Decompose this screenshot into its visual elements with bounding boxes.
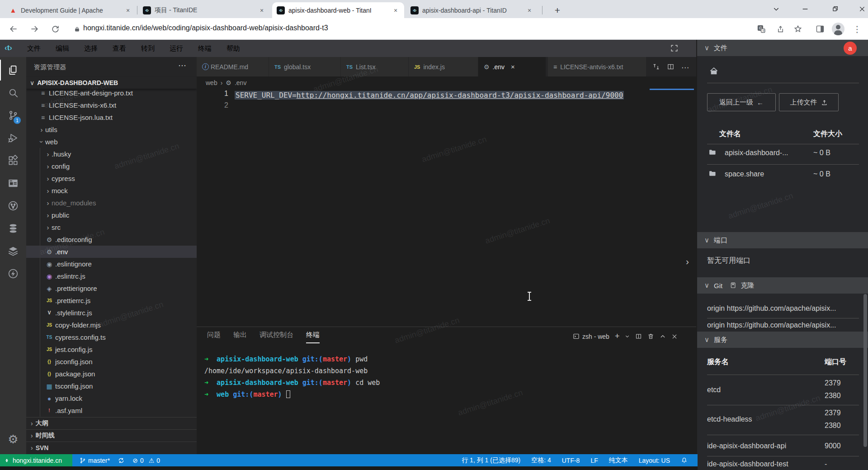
- tree-folder-public[interactable]: ›public: [26, 209, 197, 221]
- tree-folder-config[interactable]: ›config: [26, 160, 197, 172]
- problems-status[interactable]: ⊘0⚠0: [132, 457, 160, 464]
- service-row-name[interactable]: ide-apisix-dashboard-api: [707, 442, 786, 450]
- sidebar-pane-SVN[interactable]: ›SVN: [26, 442, 197, 454]
- remote-indicator[interactable]: hongxi.titanide.cn: [0, 454, 72, 466]
- tree-folder-mock[interactable]: ›mock: [26, 185, 197, 197]
- section-files-header[interactable]: ∨文件a: [697, 40, 868, 56]
- editor-tab-global.tsx[interactable]: TSglobal.tsx: [269, 57, 341, 76]
- activity-run-debug-icon[interactable]: [0, 127, 26, 149]
- tree-file-tsconfig.json[interactable]: ▦tsconfig.json: [26, 380, 197, 392]
- section-git-header[interactable]: ∨Git克隆: [697, 277, 868, 294]
- git-remote-row[interactable]: origin https://github.com/apache/apisix.…: [707, 304, 836, 313]
- tree-file-.eslintignore[interactable]: ◉.eslintignore: [26, 258, 197, 270]
- browser-tab[interactable]: ▲Development Guide | Apache×: [5, 2, 137, 18]
- go-up-button[interactable]: 返回上一级←: [707, 93, 776, 111]
- window-maximize-button[interactable]: [827, 2, 843, 16]
- scrollbar-thumb[interactable]: [863, 294, 867, 447]
- tree-file-.env[interactable]: ⚙.env: [26, 246, 197, 258]
- panel-expand-chevron-icon[interactable]: ›: [686, 256, 689, 267]
- breadcrumb-file[interactable]: .env: [235, 79, 246, 86]
- tree-file-.stylelintrc.js[interactable]: V.stylelintrc.js: [26, 307, 197, 319]
- panel-tab-终端[interactable]: 终端: [306, 331, 320, 343]
- editor-more-actions-icon[interactable]: ⋯: [681, 63, 689, 72]
- tree-file-LICENSE-json.lua.txt[interactable]: ≡LICENSE-json.lua.txt: [26, 111, 197, 123]
- share-icon[interactable]: [775, 24, 786, 34]
- tab-close-icon[interactable]: ×: [124, 7, 132, 14]
- split-terminal-icon[interactable]: [635, 333, 642, 340]
- terminal-output[interactable]: ➜ apisix-dashboard-web git:(master) pwd/…: [204, 353, 380, 400]
- shell-selector[interactable]: zsh - web: [573, 333, 609, 340]
- tree-folder-utils[interactable]: ›utils: [26, 123, 197, 136]
- editor-tab-LICENSE-antvis-x6.txt[interactable]: ≡LICENSE-antvis-x6.txt: [548, 57, 646, 76]
- tree-file-.eslintrc.js[interactable]: ◉.eslintrc.js: [26, 270, 197, 282]
- tree-file-.asf.yaml[interactable]: !.asf.yaml: [26, 404, 197, 417]
- service-row-name[interactable]: etcd-headless: [707, 415, 752, 423]
- open-changes-icon[interactable]: [652, 63, 660, 71]
- tab-search-icon[interactable]: [769, 2, 784, 16]
- forward-icon[interactable]: [29, 24, 40, 34]
- terminal-dropdown-chevron-icon[interactable]: [625, 334, 630, 339]
- upload-file-button[interactable]: 上传文件: [779, 93, 839, 111]
- git-clone-label[interactable]: 克隆: [741, 281, 754, 290]
- activity-database-icon[interactable]: [0, 217, 26, 240]
- tree-file-cypress.config.ts[interactable]: TScypress.config.ts: [26, 331, 197, 343]
- bookmark-star-icon[interactable]: [793, 24, 803, 34]
- menu-item[interactable]: 文件: [25, 43, 42, 54]
- back-icon[interactable]: [8, 24, 19, 34]
- new-terminal-icon[interactable]: +: [615, 332, 620, 341]
- git-remote-row[interactable]: origin https://github.com/apache/apisix.…: [707, 321, 836, 329]
- tree-file-LICENSE-antvis-x6.txt[interactable]: ≡LICENSE-antvis-x6.txt: [26, 99, 197, 111]
- service-row-name[interactable]: etcd: [707, 386, 721, 394]
- notifications-bell-icon[interactable]: [681, 457, 688, 464]
- menu-item[interactable]: 运行: [168, 43, 185, 54]
- split-editor-icon[interactable]: [667, 63, 675, 71]
- tab-close-icon[interactable]: ×: [525, 7, 533, 14]
- new-tab-button[interactable]: +: [551, 4, 564, 17]
- file-row-name[interactable]: space.share: [725, 170, 764, 178]
- panel-tab-输出[interactable]: 输出: [233, 331, 247, 343]
- sync-icon[interactable]: [118, 457, 124, 464]
- activity-explorer-icon[interactable]: [0, 59, 26, 81]
- tree-file-.editorconfig[interactable]: ⚙.editorconfig: [26, 233, 197, 246]
- side-panel-icon[interactable]: [815, 24, 826, 34]
- keyboard-layout-status[interactable]: Layout: US: [639, 457, 670, 464]
- activity-settings-gear-icon[interactable]: ⚙: [0, 428, 26, 451]
- activity-lightning-icon[interactable]: [0, 262, 26, 285]
- encoding-status[interactable]: UTF-8: [562, 457, 580, 464]
- activity-search-icon[interactable]: [0, 81, 26, 104]
- tab-close-icon[interactable]: ×: [392, 7, 400, 14]
- git-branch-status[interactable]: master*: [80, 457, 110, 464]
- user-avatar[interactable]: a: [844, 42, 857, 55]
- menu-item[interactable]: 帮助: [225, 43, 242, 54]
- service-row-name[interactable]: ide-apisix-dashboard-test: [707, 460, 788, 468]
- tree-folder-web[interactable]: ›web: [26, 136, 197, 148]
- browser-profile-avatar[interactable]: [832, 23, 844, 35]
- sidebar-pane-时间线[interactable]: ›时间线: [26, 429, 197, 442]
- browser-menu-kebab-icon[interactable]: ⋮: [852, 24, 863, 34]
- menu-item[interactable]: 终端: [196, 43, 213, 54]
- sidebar-pane-大纲[interactable]: ›大纲: [26, 417, 197, 429]
- file-row-name[interactable]: apisix-dashboard-...: [725, 149, 788, 157]
- browser-tab[interactable]: ‹t›apisix-dashboard-api - TitanID×: [406, 2, 538, 18]
- section-ports-header[interactable]: ∨端口: [697, 232, 868, 248]
- editor-tab-.env[interactable]: ⚙.env×: [478, 57, 546, 76]
- window-close-button[interactable]: [854, 2, 868, 16]
- browser-tab[interactable]: ‹t›项目 - TitanIDE×: [138, 2, 270, 18]
- activity-layers-icon[interactable]: [0, 240, 26, 262]
- tree-file-LICENSE-ant-design-pro.txt[interactable]: ≡LICENSE-ant-design-pro.txt: [26, 87, 197, 99]
- browser-tab[interactable]: ‹t›apisix-dashboard-web - TitanI×: [272, 2, 404, 18]
- tree-file-.prettierrc.js[interactable]: JS.prettierrc.js: [26, 294, 197, 307]
- close-icon[interactable]: ×: [511, 63, 515, 71]
- activity-extensions-icon[interactable]: [0, 149, 26, 172]
- close-panel-icon[interactable]: [671, 333, 678, 340]
- tree-file-copy-folder.mjs[interactable]: JScopy-folder.mjs: [26, 319, 197, 331]
- tree-folder-node_modules[interactable]: ›node_modules: [26, 197, 197, 209]
- activity-preview-icon[interactable]: [0, 172, 26, 195]
- tab-close-icon[interactable]: ×: [258, 7, 266, 14]
- language-mode-status[interactable]: 纯文本: [609, 456, 628, 465]
- editor-tab-README.md[interactable]: i README.md: [197, 57, 269, 76]
- window-minimize-button[interactable]: [797, 2, 813, 16]
- tree-file-jsconfig.json[interactable]: {}jsconfig.json: [26, 356, 197, 368]
- editor-tab-List.tsx[interactable]: TSList.tsx: [341, 57, 409, 76]
- activity-source-control-icon[interactable]: 1: [0, 104, 26, 127]
